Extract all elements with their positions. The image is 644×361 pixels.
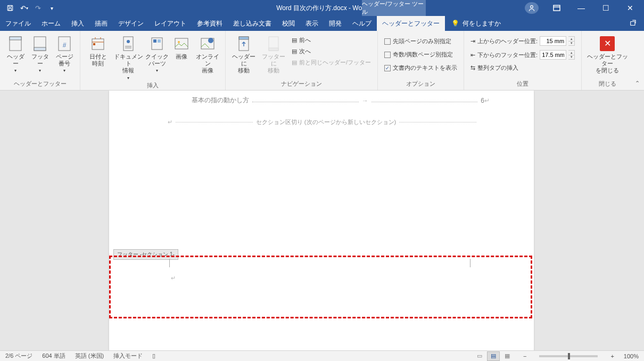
prev-button[interactable]: ▤前へ: [290, 35, 373, 45]
ribbon-display-icon[interactable]: [545, 0, 568, 16]
svg-point-14: [127, 40, 130, 43]
tell-me-search[interactable]: 💡 何をしますか: [445, 16, 507, 31]
group-label: 閉じる: [586, 79, 629, 90]
qat-customize-icon[interactable]: ▾: [46, 2, 57, 14]
svg-rect-23: [239, 37, 249, 39]
tab-mailings[interactable]: 差し込み文書: [228, 16, 277, 31]
group-label: 位置: [468, 79, 577, 90]
document-page[interactable]: 基本の指の動かし方 → 6↵ ↵セクション区切り (次のページから新しいセクショ…: [109, 91, 534, 350]
document-info-icon: [120, 35, 137, 52]
different-odd-even-checkbox[interactable]: 奇数/偶数ページ別指定: [382, 50, 459, 60]
goto-header-button[interactable]: ヘッダーに 移動: [230, 33, 258, 75]
undo-icon[interactable]: ↶ ▾: [18, 2, 30, 14]
web-layout-icon[interactable]: ▦: [501, 351, 514, 361]
group-label: 挿入: [85, 80, 221, 92]
link-icon: ▤: [292, 59, 297, 66]
group-label: ナビゲーション: [230, 79, 373, 90]
online-image-button[interactable]: オンライン 画像: [194, 33, 221, 75]
docinfo-button[interactable]: ドキュメント 情報▾: [113, 33, 143, 80]
page-number-button[interactable]: #ページ 番号▾: [53, 33, 76, 73]
picture-icon: [173, 35, 190, 52]
header-position-icon: ⇥: [470, 38, 475, 45]
zoom-level[interactable]: 100%: [624, 353, 639, 359]
read-mode-icon[interactable]: ▭: [473, 351, 486, 361]
collapse-ribbon-icon[interactable]: ⌃: [635, 80, 640, 87]
maximize-icon[interactable]: ☐: [594, 0, 617, 16]
page-counter[interactable]: 2/6 ページ: [5, 352, 32, 360]
margin-tick-right: [470, 259, 470, 267]
footer-position-input[interactable]: [540, 50, 566, 60]
group-insert: 日付と 時刻 ドキュメント 情報▾ クイック パーツ▾ 画像 オンライン 画像 …: [80, 31, 226, 90]
svg-point-19: [178, 41, 180, 43]
footer-spinner[interactable]: ▲▼: [568, 50, 575, 60]
ribbon: ヘッダー▾ フッター▾ #ページ 番号▾ ヘッダーとフッター 日付と 時刻 ドキ…: [0, 31, 644, 91]
tab-layout[interactable]: レイアウト: [149, 16, 192, 31]
image-button[interactable]: 画像: [171, 33, 192, 60]
close-header-footer-button[interactable]: ✕ヘッダーとフッター を閉じる: [586, 33, 629, 75]
group-navigation: ヘッダーに 移動 フッターに 移動 ▤前へ ▤次へ ▤前と同じヘッダー/フッター…: [226, 31, 378, 90]
tab-developer[interactable]: 開発: [324, 16, 347, 31]
tab-home[interactable]: ホーム: [36, 16, 66, 31]
svg-point-21: [208, 38, 213, 43]
header-position-input[interactable]: [540, 36, 566, 46]
document-workspace[interactable]: 基本の指の動かし方 → 6↵ ↵セクション区切り (次のページから新しいセクショ…: [0, 91, 644, 350]
svg-rect-18: [175, 38, 188, 49]
goto-footer-button: フッターに 移動: [260, 33, 287, 75]
align-tab-icon: ⇆: [470, 64, 475, 71]
tab-design[interactable]: デザイン: [113, 16, 149, 31]
window-controls: — ☐ ✕: [525, 0, 644, 16]
svg-text:#: #: [63, 42, 67, 49]
tell-me-label: 何をしますか: [463, 19, 501, 28]
show-document-text-checkbox[interactable]: 文書内のテキストを表示: [382, 63, 459, 73]
tab-file[interactable]: ファイル: [0, 16, 36, 31]
cursor-mark: ↵: [171, 275, 176, 282]
link-previous-button: ▤前と同じヘッダー/フッター: [290, 58, 373, 68]
header-button[interactable]: ヘッダー▾: [4, 33, 27, 73]
footer-icon: [31, 35, 48, 52]
align-tab-button[interactable]: ⇆整列タブの挿入: [468, 63, 577, 73]
redo-icon[interactable]: ↷: [32, 2, 44, 14]
svg-rect-12: [93, 43, 95, 45]
datetime-button[interactable]: 日付と 時刻: [85, 33, 111, 67]
quickparts-button[interactable]: クイック パーツ▾: [145, 33, 169, 73]
group-header-footer: ヘッダー▾ フッター▾ #ページ 番号▾ ヘッダーとフッター: [0, 31, 80, 90]
svg-rect-25: [269, 48, 278, 51]
next-icon: ▤: [292, 48, 297, 55]
zoom-out-icon[interactable]: −: [523, 353, 526, 359]
footer-position-icon: ⇤: [470, 52, 475, 59]
svg-rect-16: [153, 39, 156, 43]
svg-rect-4: [631, 22, 635, 26]
macro-record-icon[interactable]: ▯: [152, 352, 155, 359]
tab-help[interactable]: ヘルプ: [347, 16, 377, 31]
tab-insert[interactable]: 挿入: [66, 16, 89, 31]
print-layout-icon[interactable]: ▤: [487, 351, 500, 361]
word-count[interactable]: 604 単語: [42, 352, 65, 360]
account-icon[interactable]: [525, 2, 539, 14]
minimize-icon[interactable]: —: [569, 0, 593, 16]
footer-button[interactable]: フッター▾: [29, 33, 51, 73]
calendar-icon: [89, 35, 106, 52]
next-button[interactable]: ▤次へ: [290, 46, 373, 56]
insert-mode-status[interactable]: 挿入モード: [113, 352, 143, 360]
tab-header-footer[interactable]: ヘッダーとフッター: [377, 16, 445, 31]
goto-footer-icon: [265, 35, 282, 52]
tab-review[interactable]: 校閲: [277, 16, 300, 31]
save-icon[interactable]: [4, 2, 16, 14]
share-icon[interactable]: [623, 16, 644, 31]
language-status[interactable]: 英語 (米国): [75, 352, 104, 360]
contextual-tab-label: ヘッダー/フッター ツール: [362, 0, 426, 16]
margin-tick-left: [169, 259, 170, 267]
header-position-row: ⇥上からのヘッダー位置:▲▼: [468, 35, 577, 47]
different-first-page-checkbox[interactable]: 先頭ページのみ別指定: [382, 36, 459, 46]
ribbon-tabs: ファイル ホーム 挿入 描画 デザイン レイアウト 参考資料 差し込み文書 校閲…: [0, 16, 644, 31]
tab-view[interactable]: 表示: [300, 16, 324, 31]
header-spinner[interactable]: ▲▼: [568, 36, 575, 46]
zoom-in-icon[interactable]: +: [610, 353, 614, 359]
tab-references[interactable]: 参考資料: [192, 16, 228, 31]
svg-rect-17: [158, 39, 161, 43]
tab-draw[interactable]: 描画: [89, 16, 113, 31]
zoom-slider[interactable]: [539, 355, 598, 357]
close-icon[interactable]: ✕: [618, 0, 642, 16]
group-label: オプション: [382, 79, 459, 90]
close-x-icon: ✕: [599, 35, 616, 52]
